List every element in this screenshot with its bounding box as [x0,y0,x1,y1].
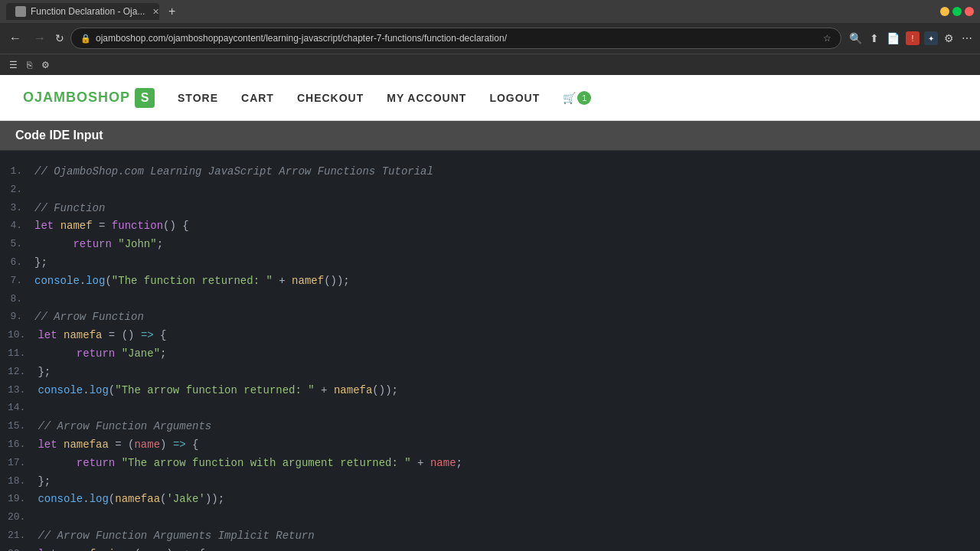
reload-button[interactable]: ↻ [55,32,64,44]
code-line-7: 7. console.log("The function returned: "… [0,272,980,291]
line-content-21: // Arrow Function Arguments Implicit Ret… [38,527,314,546]
line-content-12: }; [38,364,51,382]
code-line-8: 8. [0,291,980,309]
bookmarks-bar: ☰ ⎘ ⚙ [0,54,980,75]
line-content-13: console.log("The arrow function returned… [38,382,398,400]
code-line-12: 12. }; [0,364,980,382]
line-content-3: // Function [34,200,105,218]
line-num-18: 18. [8,473,38,491]
search-action-button[interactable]: 🔍 [848,31,864,46]
line-num-14: 14. [8,399,38,418]
extensions-button[interactable]: ⚙ [942,31,956,46]
back-button[interactable]: ← [6,30,24,47]
code-line-22: 22. let namefaai = (name) => { [0,546,980,551]
line-content-15: // Arrow Function Arguments [38,418,211,436]
line-num-13: 13. [8,382,38,400]
code-header-title: Code IDE Input [15,129,103,142]
line-num-8: 8. [8,291,34,309]
cart-icon: 🛒 [563,92,576,104]
code-line-5: 5. return "John"; [0,236,980,254]
line-content-5: return "John"; [34,236,163,254]
line-content-19: console.log(namefaa('Jake')); [38,491,224,509]
code-editor: 1. // OjamboShop.com Learning JavaScript… [0,151,980,551]
line-content-8 [34,291,41,309]
line-content-22: let namefaai = (name) => { [38,546,205,551]
line-num-17: 17. [8,455,38,473]
line-num-9: 9. [8,308,34,327]
code-line-4: 4. let namef = function() { [0,217,980,236]
line-content-18: }; [38,473,51,491]
code-line-10: 10. let namefa = () => { [0,327,980,345]
minimize-button[interactable] [940,7,949,16]
forward-button[interactable]: → [31,30,49,47]
nav-logout[interactable]: LOGOUT [489,92,540,104]
tab-close-button[interactable]: ✕ [152,7,159,17]
browser-chrome: Function Declaration - Oja... ✕ + [0,0,980,23]
nav-store[interactable]: STORE [178,92,218,104]
code-line-16: 16. let namefaa = (name) => { [0,436,980,455]
code-line-2: 2. [0,181,980,200]
code-line-1: 1. // OjamboShop.com Learning JavaScript… [0,163,980,181]
maximize-button[interactable] [952,7,962,16]
extension-icon-2[interactable]: ✦ [924,31,938,45]
line-content-11: return "Jane"; [38,345,166,364]
window-controls [940,7,974,16]
line-content-16: let namefaa = (name) => { [38,436,198,455]
extension-icon-1[interactable]: ! [906,31,920,45]
code-line-13: 13. console.log("The arrow function retu… [0,382,980,400]
address-bar-row: ← → ↻ 🔒 ojamboshop.com/ojamboshoppaycont… [0,23,980,54]
nav-checkout[interactable]: CHECKOUT [297,92,364,104]
logo-s-icon: S [135,88,155,108]
tab-favicon [15,6,26,17]
line-num-5: 5. [8,236,34,254]
browser-tab[interactable]: Function Declaration - Oja... ✕ [6,3,159,20]
code-line-6: 6. }; [0,254,980,272]
line-num-16: 16. [8,436,38,455]
share-button[interactable]: ⬆ [868,31,880,46]
line-content-20 [38,509,44,527]
line-num-12: 12. [8,364,38,382]
address-bar[interactable]: 🔒 ojamboshop.com/ojamboshoppaycontent/le… [70,28,841,49]
code-line-3: 3. // Function [0,200,980,218]
reader-mode-button[interactable]: 📄 [885,31,901,46]
line-content-6: }; [34,254,47,272]
code-line-19: 19. console.log(namefaa('Jake')); [0,491,980,509]
tab-title: Function Declaration - Oja... [31,6,145,17]
url-text: ojamboshop.com/ojamboshoppaycontent/lear… [96,33,818,44]
line-num-7: 7. [8,272,34,291]
code-line-18: 18. }; [0,473,980,491]
line-content-7: console.log("The function returned: " + … [34,272,350,291]
security-icon: 🔒 [80,34,91,44]
browser-actions: 🔍 ⬆ 📄 ! ✦ ⚙ ⋯ [848,31,974,46]
nav-my-account[interactable]: MY ACCOUNT [387,92,466,104]
code-line-11: 11. return "Jane"; [0,345,980,364]
line-num-6: 6. [8,254,34,272]
code-line-15: 15. // Arrow Function Arguments [0,418,980,436]
line-num-19: 19. [8,491,38,509]
line-num-20: 20. [8,509,38,527]
close-button[interactable] [965,7,974,16]
line-num-21: 21. [8,527,38,546]
line-num-3: 3. [8,200,34,218]
bookmark-star-icon[interactable]: ☆ [823,33,831,44]
line-num-10: 10. [8,327,38,345]
code-line-14: 14. [0,399,980,418]
cart-icon-link[interactable]: 🛒 1 [563,91,591,105]
bookmark-add-button[interactable]: ⎘ [24,58,35,72]
site-logo[interactable]: OJAMBOSHOP S [23,88,155,108]
cart-badge: 1 [577,91,591,105]
code-line-9: 9. // Arrow Function [0,308,980,327]
nav-cart[interactable]: CART [241,92,274,104]
site-navigation: OJAMBOSHOP S STORE CART CHECKOUT MY ACCO… [0,75,980,121]
logo-text: OJAMBOSHOP [23,90,130,106]
browser-menu-button[interactable]: ⋯ [960,31,974,46]
new-tab-button[interactable]: + [164,5,180,18]
line-content-14 [38,399,44,418]
bookmarks-settings-button[interactable]: ⚙ [38,58,53,72]
sidebar-toggle-button[interactable]: ☰ [6,58,21,72]
line-num-1: 1. [8,163,34,181]
line-num-22: 22. [8,546,38,551]
line-content-10: let namefa = () => { [38,327,166,345]
line-content-1: // OjamboShop.com Learning JavaScript Ar… [34,163,433,181]
line-content-4: let namef = function() { [34,217,189,236]
